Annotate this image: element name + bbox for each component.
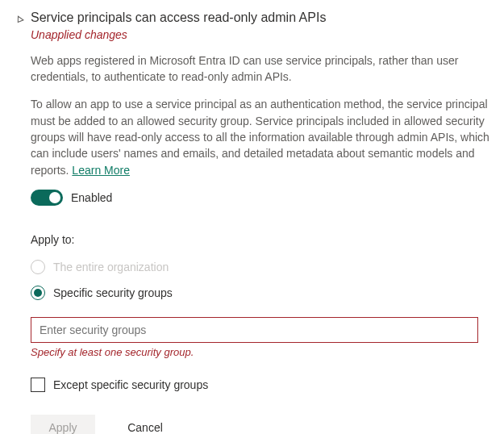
apply-button[interactable]: Apply	[31, 415, 95, 434]
section-title: Service principals can access read-only …	[31, 10, 489, 27]
security-groups-input[interactable]	[31, 317, 478, 343]
except-groups-checkbox-row[interactable]: Except specific security groups	[31, 378, 489, 392]
radio-icon	[31, 260, 45, 274]
radio-label: The entire organization	[53, 261, 169, 273]
checkbox-icon	[31, 378, 45, 392]
toggle-label: Enabled	[71, 191, 112, 204]
description-paragraph: Web apps registered in Microsoft Entra I…	[31, 52, 489, 86]
checkbox-label: Except specific security groups	[53, 378, 208, 391]
description-paragraph: To allow an app to use a service princip…	[31, 96, 489, 177]
section-header: Service principals can access read-only …	[15, 10, 489, 41]
radio-label: Specific security groups	[53, 286, 173, 299]
apply-to-radio-group: The entire organization Specific securit…	[31, 254, 489, 306]
learn-more-link[interactable]: Learn More	[72, 164, 130, 177]
status-badge: Unapplied changes	[31, 28, 489, 41]
description-text: Web apps registered in Microsoft Entra I…	[31, 52, 489, 178]
input-error-message: Specify at least one security group.	[31, 346, 489, 358]
radio-icon	[31, 286, 45, 300]
toggle-thumb	[49, 192, 60, 203]
collapse-triangle-icon[interactable]	[15, 14, 24, 23]
action-buttons: Apply Cancel	[31, 415, 489, 434]
radio-dot-icon	[34, 289, 42, 297]
radio-entire-org: The entire organization	[31, 254, 489, 280]
radio-specific-groups[interactable]: Specific security groups	[31, 280, 489, 306]
security-groups-input-wrap: Specify at least one security group.	[31, 317, 489, 358]
cancel-button[interactable]: Cancel	[113, 415, 177, 434]
enabled-toggle[interactable]	[31, 190, 63, 206]
enabled-toggle-row: Enabled	[31, 190, 489, 206]
apply-to-label: Apply to:	[31, 233, 489, 246]
